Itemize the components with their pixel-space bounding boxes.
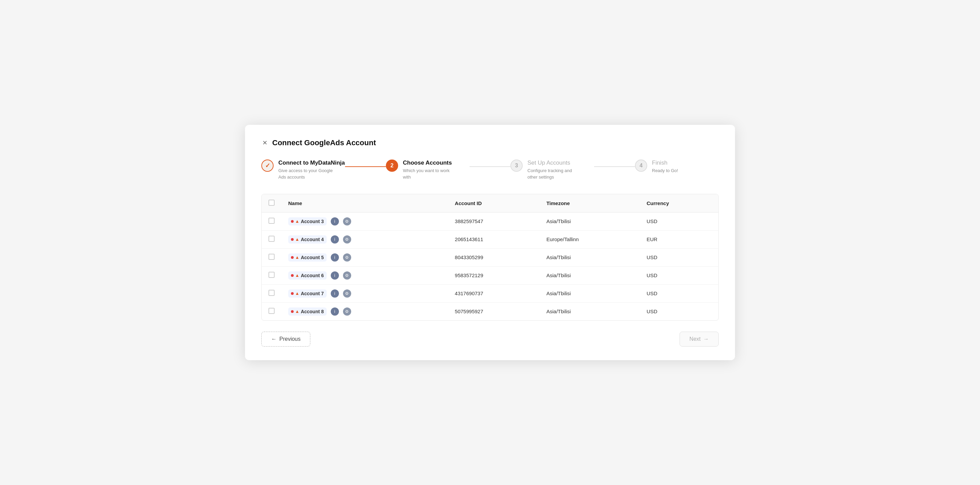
red-dot-icon: [291, 310, 294, 313]
row-account-id: 2065143611: [448, 230, 540, 248]
row-currency: USD: [640, 266, 718, 284]
table-row: ▲ Account 6 i ⚙ 9583572129 Asia/Tbilisi …: [262, 266, 718, 284]
account-cell: ▲ Account 3 i ⚙: [288, 217, 441, 226]
step-1-check-icon: ✓: [265, 162, 270, 169]
step-1-subtitle: Give access to your Google Ads accounts: [278, 168, 333, 180]
info-icon[interactable]: i: [331, 271, 339, 280]
row-currency: USD: [640, 212, 718, 230]
row-checkbox-2[interactable]: [269, 254, 275, 260]
step-3-subtitle: Configure tracking and other settings: [527, 168, 582, 180]
table-header-row: Name Account ID Timezone Currency: [262, 194, 718, 213]
gear-icon[interactable]: ⚙: [343, 289, 351, 297]
account-cell: ▲ Account 7 i ⚙: [288, 289, 441, 297]
modal-title: Connect GoogleAds Account: [272, 138, 376, 147]
red-dot-icon: [291, 256, 294, 259]
connector-1: [345, 166, 386, 167]
step-3-title: Set Up Accounts: [527, 159, 582, 166]
row-account-id: 9583572129: [448, 266, 540, 284]
gear-icon[interactable]: ⚙: [343, 271, 351, 280]
account-name: Account 3: [301, 219, 324, 224]
step-2-info: Choose Accounts Which you want to work w…: [403, 159, 457, 180]
select-all-checkbox[interactable]: [269, 200, 275, 206]
account-name: Account 6: [301, 273, 324, 278]
next-label: Next: [689, 336, 701, 342]
gear-icon[interactable]: ⚙: [343, 307, 351, 316]
info-icon[interactable]: i: [331, 217, 339, 226]
step-2: 2 Choose Accounts Which you want to work…: [386, 159, 469, 180]
account-id-header: Account ID: [448, 194, 540, 213]
info-icon[interactable]: i: [331, 235, 339, 243]
account-cell: ▲ Account 4 i ⚙: [288, 235, 441, 243]
ads-logo-icon: ▲: [295, 255, 299, 260]
account-cell: ▲ Account 6 i ⚙: [288, 271, 441, 280]
next-arrow-icon: →: [703, 336, 709, 342]
account-cell: ▲ Account 8 i ⚙: [288, 307, 441, 316]
row-checkbox-cell: [262, 284, 282, 302]
modal-header: ✕ Connect GoogleAds Account: [261, 138, 719, 147]
step-1-circle: ✓: [261, 159, 274, 172]
row-checkbox-0[interactable]: [269, 218, 275, 224]
step-2-circle: 2: [386, 159, 398, 172]
row-checkbox-cell: [262, 248, 282, 266]
step-4-info: Finish Ready to Go!: [652, 159, 678, 174]
row-currency: USD: [640, 248, 718, 266]
info-icon[interactable]: i: [331, 307, 339, 316]
accounts-table-container: Name Account ID Timezone Currency ▲ Acco…: [261, 194, 719, 321]
accounts-table: Name Account ID Timezone Currency ▲ Acco…: [262, 194, 718, 320]
previous-label: Previous: [279, 336, 301, 342]
info-icon[interactable]: i: [331, 289, 339, 297]
connector-2: [469, 166, 511, 167]
step-1-title: Connect to MyDataNinja: [278, 159, 345, 166]
row-checkbox-cell: [262, 212, 282, 230]
close-icon[interactable]: ✕: [261, 140, 268, 146]
step-4: 4 Finish Ready to Go!: [635, 159, 719, 174]
row-timezone: Asia/Tbilisi: [540, 212, 640, 230]
ads-logo-icon: ▲: [295, 273, 299, 278]
row-account-id: 4317690737: [448, 284, 540, 302]
name-header: Name: [282, 194, 448, 213]
row-timezone: Asia/Tbilisi: [540, 284, 640, 302]
account-name: Account 8: [301, 309, 324, 314]
gear-icon[interactable]: ⚙: [343, 253, 351, 262]
step-2-subtitle: Which you want to work with: [403, 168, 457, 180]
row-checkbox-5[interactable]: [269, 308, 275, 314]
row-name-cell: ▲ Account 7 i ⚙: [282, 284, 448, 302]
row-checkbox-3[interactable]: [269, 272, 275, 278]
step-4-subtitle: Ready to Go!: [652, 168, 678, 174]
account-name: Account 5: [301, 255, 324, 260]
row-account-id: 5075995927: [448, 302, 540, 320]
row-timezone: Asia/Tbilisi: [540, 302, 640, 320]
red-dot-icon: [291, 274, 294, 277]
row-currency: USD: [640, 284, 718, 302]
table-row: ▲ Account 7 i ⚙ 4317690737 Asia/Tbilisi …: [262, 284, 718, 302]
modal-container: ✕ Connect GoogleAds Account ✓ Connect to…: [245, 125, 735, 360]
step-3-number: 3: [515, 162, 518, 169]
row-account-id: 3882597547: [448, 212, 540, 230]
gear-icon[interactable]: ⚙: [343, 235, 351, 243]
account-badge: ▲ Account 4: [288, 235, 327, 243]
select-all-header: [262, 194, 282, 213]
next-button[interactable]: Next →: [679, 332, 719, 347]
previous-arrow-icon: ←: [271, 336, 277, 342]
currency-header: Currency: [640, 194, 718, 213]
step-3: 3 Set Up Accounts Configure tracking and…: [511, 159, 594, 180]
row-currency: EUR: [640, 230, 718, 248]
account-badge: ▲ Account 6: [288, 271, 327, 280]
row-checkbox-1[interactable]: [269, 236, 275, 242]
table-row: ▲ Account 8 i ⚙ 5075995927 Asia/Tbilisi …: [262, 302, 718, 320]
account-badge: ▲ Account 5: [288, 253, 327, 262]
previous-button[interactable]: ← Previous: [261, 332, 310, 347]
timezone-header: Timezone: [540, 194, 640, 213]
step-2-number: 2: [391, 162, 394, 169]
account-name: Account 7: [301, 291, 324, 296]
row-timezone: Asia/Tbilisi: [540, 248, 640, 266]
row-name-cell: ▲ Account 3 i ⚙: [282, 212, 448, 230]
step-2-title: Choose Accounts: [403, 159, 457, 166]
info-icon[interactable]: i: [331, 253, 339, 262]
row-checkbox-cell: [262, 302, 282, 320]
row-checkbox-4[interactable]: [269, 290, 275, 296]
gear-icon[interactable]: ⚙: [343, 217, 351, 226]
account-badge: ▲ Account 8: [288, 307, 327, 316]
row-timezone: Europe/Tallinn: [540, 230, 640, 248]
step-4-title: Finish: [652, 159, 678, 166]
